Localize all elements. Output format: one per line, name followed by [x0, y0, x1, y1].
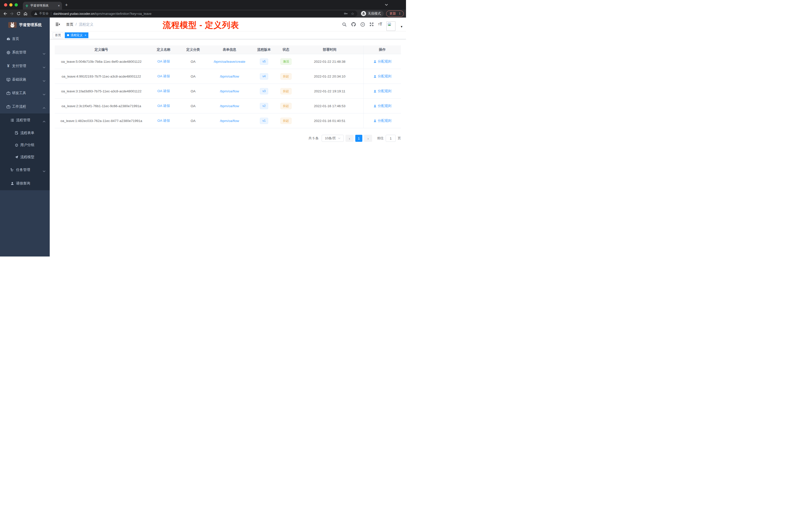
definition-name-link[interactable]: OA 请假	[157, 104, 170, 108]
sidebar-item-process-form[interactable]: 流程表单	[0, 127, 50, 139]
forward-icon[interactable]	[9, 11, 14, 16]
definition-name-link[interactable]: OA 请假	[157, 59, 170, 64]
breadcrumb: 首页 / 流程定义	[66, 22, 93, 27]
incognito-badge: 无痕模式	[360, 10, 384, 17]
tags-view: 首页 流程定义 ×	[50, 31, 406, 39]
col-header: 流程版本	[252, 46, 276, 54]
user-avatar[interactable]	[386, 21, 396, 31]
font-size-icon[interactable]: TT	[378, 22, 382, 27]
sidebar-item-workflow[interactable]: 工作流程	[0, 100, 50, 114]
assign-rule-link[interactable]: 分配规则	[373, 104, 392, 108]
assign-rule-label: 分配规则	[378, 59, 392, 64]
sidebar-item-leave-query[interactable]: 请假查询	[0, 177, 50, 190]
cell-definition-id: oa_leave:3:1fad3d93-7b75-11ec-a3c8-acde4…	[55, 84, 148, 98]
browser-tab[interactable]: 芋道管理系统 ×	[23, 2, 62, 9]
tag-home[interactable]: 首页	[53, 32, 63, 38]
assign-rule-label: 分配规则	[378, 89, 392, 93]
cell-deploy-time: 2022-01-22 20:34:10	[296, 69, 363, 84]
chevron-down-icon	[43, 65, 46, 69]
browser-menu-update-button[interactable]: 更新 ⋮	[386, 10, 404, 17]
sidebar-item-user-group[interactable]: 用户分组	[0, 139, 50, 151]
assign-rule-link[interactable]: 分配规则	[373, 59, 392, 64]
sidebar-item-task-mgmt[interactable]: 任务管理	[0, 163, 50, 177]
current-page-button[interactable]: 1	[355, 135, 362, 142]
search-icon[interactable]	[342, 22, 347, 27]
form-icon	[14, 131, 19, 135]
reload-icon[interactable]	[16, 11, 21, 16]
definition-name-link[interactable]: OA 请假	[157, 118, 170, 123]
tab-close-icon[interactable]: ×	[58, 4, 60, 7]
chevron-down-icon	[43, 169, 46, 173]
help-question-icon[interactable]: ?	[360, 22, 365, 27]
page-content: 定义编号 定义名称 定义分类 表单信息 流程版本 状态 部署时间 操作 oa_	[50, 39, 406, 256]
assign-rule-link[interactable]: 分配规则	[373, 118, 392, 123]
cell-definition-id: oa_leave:4:991f2193-7b7f-11ec-a3c8-acde4…	[55, 69, 148, 84]
github-icon[interactable]	[351, 22, 356, 27]
update-label[interactable]: 更新	[389, 11, 396, 16]
sidebar-item-devtools[interactable]: 研发工具	[0, 86, 50, 100]
sidebar-item-home[interactable]: 首页	[0, 32, 50, 46]
window-controls[interactable]	[4, 3, 18, 6]
form-link[interactable]: /bpm/oa/flow	[220, 119, 239, 123]
prev-page-button[interactable]: ‹	[346, 135, 353, 142]
next-page-button[interactable]: ›	[364, 135, 372, 142]
sidebar-item-system[interactable]: 系统管理	[0, 46, 50, 59]
sidebar-item-process-model[interactable]: 流程模型	[0, 151, 50, 163]
cell-deploy-time: 2022-01-16 01:40:51	[296, 114, 363, 128]
definition-name-link[interactable]: OA 请假	[157, 74, 170, 79]
tab-search-chevron-icon[interactable]	[385, 4, 388, 6]
paper-plane-icon	[14, 155, 19, 159]
fullscreen-icon[interactable]	[369, 22, 374, 27]
avatar-caret-icon[interactable]: ▼	[400, 25, 403, 28]
jump-prefix: 前往	[377, 136, 384, 141]
chevron-down-icon	[43, 92, 46, 96]
person-icon	[373, 75, 377, 78]
bookmark-star-icon[interactable]: ☆	[351, 12, 354, 16]
browser-menu-dots-icon[interactable]: ⋮	[398, 12, 401, 15]
security-warning-icon[interactable]	[34, 12, 38, 15]
sidebar-item-infra[interactable]: 基础设施	[0, 73, 50, 86]
person-icon	[373, 119, 377, 122]
home-icon[interactable]	[23, 11, 28, 16]
sidebar-item-label: 工作流程	[12, 104, 26, 109]
security-label[interactable]: 不安全	[39, 11, 49, 16]
breadcrumb-home[interactable]: 首页	[66, 22, 73, 27]
back-icon[interactable]	[2, 11, 8, 16]
browser-tabstrip: 芋道管理系统 × +	[0, 0, 406, 9]
jump-page-input[interactable]: 1	[386, 135, 396, 142]
zoom-window-button[interactable]	[14, 3, 18, 6]
jump-suffix: 页	[398, 136, 401, 141]
definition-name-link[interactable]: OA 请假	[157, 89, 170, 93]
app-title: 芋道管理系统	[19, 23, 42, 27]
new-tab-button[interactable]: +	[65, 2, 68, 7]
address-bar[interactable]: 不安全 dashboard.yudao.iocoder.cn/bpm/manag…	[31, 10, 357, 17]
url-text[interactable]: dashboard.yudao.iocoder.cn/bpm/manager/d…	[54, 12, 152, 16]
assign-rule-link[interactable]: 分配规则	[373, 74, 392, 79]
screen: 芋道管理系统 × + 不安全 dashboard.yudao.iocoder.c…	[0, 0, 406, 256]
page-size-select[interactable]: 10条/页	[322, 135, 344, 142]
form-link[interactable]: /bpm/oa/flow	[220, 104, 239, 108]
key-icon[interactable]	[344, 11, 348, 16]
close-window-button[interactable]	[4, 3, 7, 6]
table-row: oa_leave:1:482ec033-762a-11ec-8477-a2380…	[55, 114, 401, 128]
tag-process-definition[interactable]: 流程定义 ×	[65, 32, 88, 38]
tag-label: 流程定义	[70, 33, 83, 37]
sidebar-collapse-icon[interactable]	[54, 22, 62, 27]
sidebar-item-payment[interactable]: ¥ 支付管理	[0, 59, 50, 73]
cell-category: OA	[179, 99, 207, 113]
status-badge: 激活	[281, 58, 291, 65]
assign-rule-link[interactable]: 分配规则	[373, 89, 392, 93]
cell-category: OA	[179, 114, 207, 128]
col-header: 定义编号	[55, 46, 148, 54]
table-row: oa_leave:5:004b710b-7b8a-11ec-8ef0-acde4…	[55, 54, 401, 69]
sidebar-item-process-mgmt[interactable]: 流程管理	[0, 114, 50, 127]
page-jumper: 前往 1 页	[377, 135, 401, 142]
tag-close-icon[interactable]: ×	[85, 34, 86, 37]
form-link[interactable]: /bpm/oa/leave/create	[214, 60, 245, 63]
form-link[interactable]: /bpm/oa/flow	[220, 89, 239, 93]
definition-table: 定义编号 定义名称 定义分类 表单信息 流程版本 状态 部署时间 操作 oa_	[55, 46, 401, 128]
minimize-window-button[interactable]	[9, 3, 12, 6]
cell-deploy-time: 2022-01-22 21:48:38	[296, 54, 363, 69]
form-link[interactable]: /bpm/oa/flow	[220, 74, 239, 78]
app-logo[interactable]: 芋道管理系统	[0, 18, 50, 32]
